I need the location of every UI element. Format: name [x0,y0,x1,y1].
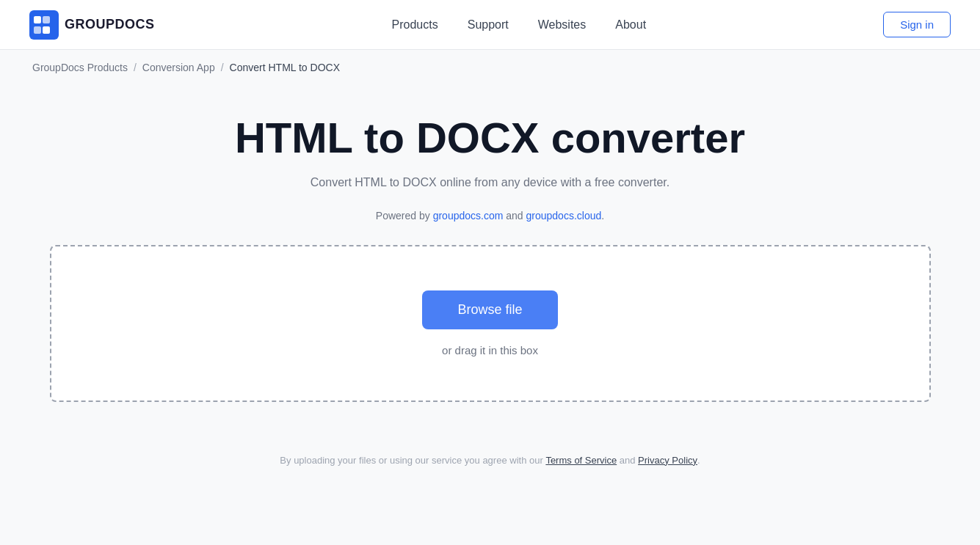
logo-text: GROUPDOCS [65,17,155,32]
svg-rect-4 [43,26,50,34]
groupdocs-logo-icon [29,10,59,40]
footer-note: By uploading your files or using our ser… [0,431,980,480]
nav-products[interactable]: Products [392,18,438,32]
breadcrumb-sep-1: / [134,62,137,73]
privacy-policy-link[interactable]: Privacy Policy [638,455,697,466]
svg-rect-2 [43,16,50,23]
main-nav: Products Support Websites About [392,18,647,32]
footer-suffix: . [697,455,700,466]
header: GROUPDOCS Products Support Websites Abou… [0,0,980,50]
nav-support[interactable]: Support [468,18,509,32]
breadcrumb-groupdocs-products[interactable]: GroupDocs Products [32,62,128,73]
nav-websites[interactable]: Websites [538,18,587,32]
nav-about[interactable]: About [615,18,646,32]
svg-rect-1 [34,16,41,23]
breadcrumb-current: Convert HTML to DOCX [230,62,340,73]
groupdocs-com-link[interactable]: groupdocs.com [433,210,504,222]
logo-area: GROUPDOCS [29,10,155,40]
powered-by: Powered by groupdocs.com and groupdocs.c… [376,210,604,222]
svg-rect-0 [29,10,59,40]
drag-text: or drag it in this box [442,344,538,356]
terms-of-service-link[interactable]: Terms of Service [545,455,617,466]
page-title: HTML to DOCX converter [235,114,745,161]
svg-rect-3 [34,26,41,34]
footer-and: and [617,455,638,466]
sign-in-button[interactable]: Sign in [883,12,951,37]
breadcrumb-conversion-app[interactable]: Conversion App [142,62,215,73]
footer-prefix: By uploading your files or using our ser… [280,455,545,466]
page-subtitle: Convert HTML to DOCX online from any dev… [311,176,669,189]
main-content: HTML to DOCX converter Convert HTML to D… [0,85,980,431]
breadcrumb: GroupDocs Products / Conversion App / Co… [0,50,980,85]
breadcrumb-sep-2: / [221,62,224,73]
groupdocs-cloud-link[interactable]: groupdocs.cloud [526,210,602,222]
drop-zone[interactable]: Browse file or drag it in this box [50,245,931,402]
browse-file-button[interactable]: Browse file [422,290,557,329]
